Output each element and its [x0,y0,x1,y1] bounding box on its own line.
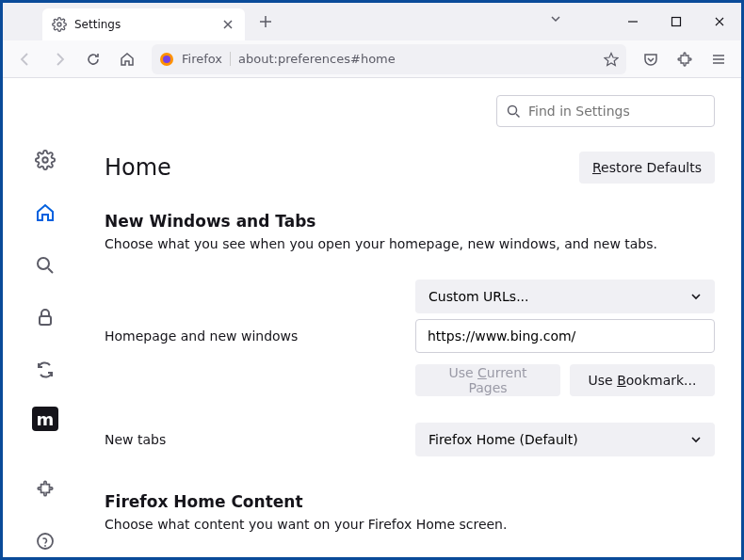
page-title: Home [105,154,171,181]
svg-point-9 [509,105,517,114]
sidebar-sync-icon[interactable] [28,354,62,386]
newtabs-select-value: Firefox Home (Default) [429,432,578,447]
titlebar: Settings [3,3,741,40]
new-tab-button[interactable] [252,8,279,35]
back-button[interactable] [10,44,40,74]
restore-defaults-button[interactable]: Restore Defaults [579,152,715,184]
use-bookmark-button[interactable]: Use Bookmark... [570,364,715,396]
bookmark-star-icon[interactable] [604,52,619,67]
svg-rect-1 [672,18,681,26]
main-panel: Home Restore Defaults New Windows and Ta… [88,78,741,557]
svg-point-8 [44,545,46,547]
close-button[interactable] [698,3,741,40]
svg-point-3 [163,56,170,63]
sidebar-extensions-icon[interactable] [28,472,62,504]
sidebar-m-icon[interactable]: m [32,407,58,431]
url-identity: Firefox [182,52,231,66]
home-button[interactable] [112,44,142,74]
svg-point-0 [57,23,61,26]
svg-rect-6 [40,316,51,325]
sidebar-help-icon[interactable] [28,525,62,557]
window-controls [611,3,741,40]
homepage-select-value: Custom URLs... [429,289,529,304]
url-bar[interactable]: Firefox about:preferences#home [152,44,626,74]
sidebar-search-icon[interactable] [28,249,62,281]
newtabs-label: New tabs [105,432,415,447]
toolbar: Firefox about:preferences#home [3,40,741,78]
minimize-button[interactable] [611,3,655,40]
home-content-heading: Firefox Home Content [105,492,715,511]
newtabs-select[interactable]: Firefox Home (Default) [415,423,715,456]
settings-sidebar: m [3,78,88,557]
close-icon[interactable] [220,17,235,32]
tab-title: Settings [74,18,213,31]
forward-button[interactable] [44,44,74,74]
gear-icon [52,17,67,32]
use-current-pages-button[interactable]: Use Current Pages [415,364,560,396]
new-windows-heading: New Windows and Tabs [105,212,715,231]
extensions-button[interactable] [670,44,700,74]
homepage-url-input[interactable] [415,319,715,353]
menu-button[interactable] [704,44,734,74]
svg-point-4 [42,157,48,163]
content-area: m Home Restore Defaults New Windows and … [3,78,741,557]
pocket-button[interactable] [636,44,666,74]
find-in-settings-input[interactable] [528,104,704,119]
find-in-settings[interactable] [496,95,715,127]
homepage-label: Homepage and new windows [105,328,415,344]
reload-button[interactable] [78,44,108,74]
maximize-button[interactable] [655,3,698,40]
search-icon [507,104,521,119]
home-content-desc: Choose what content you want on your Fir… [105,517,715,532]
url-path: about:preferences#home [238,52,596,66]
sidebar-privacy-icon[interactable] [28,301,62,333]
homepage-select[interactable]: Custom URLs... [415,280,715,313]
firefox-icon [159,52,174,67]
chevron-down-icon [690,291,702,302]
sidebar-general-icon[interactable] [28,144,62,176]
sidebar-home-icon[interactable] [28,197,62,229]
browser-tab[interactable]: Settings [42,8,245,40]
chevron-down-icon [690,434,702,445]
svg-point-5 [38,258,49,269]
new-windows-desc: Choose what you see when you open your h… [105,236,715,251]
tabs-chevron-icon[interactable] [549,12,562,25]
